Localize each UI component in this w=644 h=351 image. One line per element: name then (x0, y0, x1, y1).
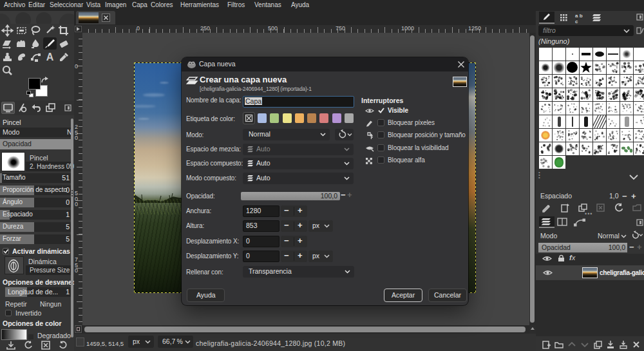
svg-text:A: A (46, 52, 54, 62)
